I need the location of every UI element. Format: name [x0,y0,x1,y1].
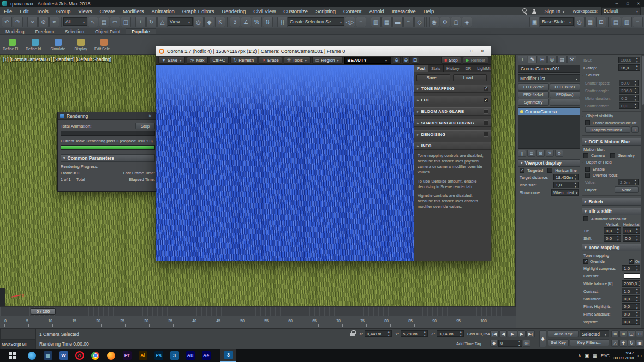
tone-mapping-section[interactable]: TONE MAPPING [414,85,491,93]
render-production-icon[interactable]: ◈ [462,17,472,27]
mb-geometry-checkbox[interactable] [610,153,615,158]
tab-stats[interactable]: Stats [428,65,444,72]
taskbar-chrome[interactable] [87,349,103,362]
next-frame-button[interactable]: ▶ [518,330,526,337]
remove-modifier-icon[interactable]: ✕ [546,150,554,157]
spinner-arrows-icon[interactable] [634,103,637,108]
tone-mapping-rollout[interactable]: Tone Mapping [582,244,642,251]
menu-item[interactable]: Rendering [218,7,249,15]
highlight-compress-spinner[interactable]: 1,0 [622,265,640,272]
spinner-arrows-icon[interactable] [616,236,620,241]
zoom-extents-all-icon[interactable]: ⊡ [636,330,643,337]
pin-stack-icon[interactable]: ∥ [518,150,526,157]
spinner-arrows-icon[interactable] [634,95,637,101]
make-unique-icon[interactable]: ⊞ [536,150,545,157]
named-selection-select[interactable]: Create Selection Se [288,17,344,26]
region-button[interactable]: ▭Region [312,57,343,64]
menu-item[interactable]: Interactive [388,7,420,15]
spinner-arrows-icon[interactable] [635,319,639,324]
spinner-arrows-icon[interactable] [574,182,577,188]
tab-post[interactable]: Post [414,65,428,72]
stop-animation-button[interactable]: Stop [135,123,155,129]
snaps-toggle-icon[interactable]: 3 [230,17,240,27]
display-toggle-icon[interactable]: ▦ [585,17,595,27]
minimize-button[interactable]: ─ [611,0,622,7]
tilt-vertical-spinner[interactable]: 0,0 [604,227,621,234]
ribbon-tab-object-paint[interactable]: Object Paint [90,28,126,34]
stop-render-button[interactable]: ■Stop [441,57,461,64]
sign-in-menu[interactable]: Sign In [540,7,569,15]
sharpening-section[interactable]: SHARPENING/BLURRING [414,119,491,127]
tools-button[interactable]: ⚒Tools [284,57,311,64]
horizon-line-checkbox[interactable] [547,168,552,173]
tray-icon[interactable]: ▣ [585,353,589,358]
maximize-viewport-icon[interactable]: ▣ [636,340,643,347]
snap-grid-icon[interactable]: ▤ [611,17,621,27]
spinner-arrows-icon[interactable] [634,80,637,86]
fstop-spinner[interactable]: 16,0 [618,64,640,71]
menu-item[interactable]: Graph Editors [178,7,218,15]
spinner-arrows-icon[interactable] [616,228,620,233]
menu-item[interactable]: Arnold [365,7,387,15]
y-coordinate-spinner[interactable]: 5,798m [401,330,428,337]
z-coordinate-spinner[interactable]: 3,143m [437,330,464,337]
rendered-frame-icon[interactable]: ▢ [451,17,461,27]
menu-item[interactable]: Customize [279,7,312,15]
show-cone-select[interactable]: When...cted [551,189,579,196]
saturation-spinner[interactable]: 0,0 [622,295,640,302]
shutter-speed-spinner[interactable]: 50,0 [619,80,639,86]
menu-item[interactable]: File [0,7,16,15]
send-to-max-button[interactable]: ≫Max [187,57,208,64]
render-setup-icon[interactable]: ⚙ [440,17,450,27]
toolbar-overflow-icon[interactable]: ≡ [633,17,643,27]
zoom-reset-icon[interactable]: ⊡ [412,57,419,64]
targeted-checkbox[interactable] [520,168,524,173]
lock-selection-icon[interactable] [350,333,355,336]
scene-state-select[interactable]: Base State [540,17,574,26]
current-frame-field[interactable]: 0 [498,340,522,347]
display-button[interactable]: Display [70,35,92,53]
pan-icon[interactable]: ✚ [619,340,627,347]
maxscript-listener[interactable]: MAXScript Mi [0,339,36,349]
edit-selection-button[interactable]: Edit Sele... [93,35,115,53]
utilities-tab-icon[interactable]: ⚒ [567,56,576,63]
set-key-button[interactable]: Set Key [548,339,569,346]
lut-checkbox[interactable] [484,98,488,102]
spinner-snap-icon[interactable]: ⇅ [263,17,273,27]
set-key-toggle[interactable]: ◆ [539,330,546,347]
reference-coordinate-select[interactable]: View [168,17,193,26]
icon-size-spinner[interactable]: 1,0 [553,182,579,188]
spinner-arrows-icon[interactable] [634,179,637,185]
corona-minimize-button[interactable]: ─ [455,47,466,55]
render-channel-select[interactable]: BEAUTY [344,57,391,64]
x-coordinate-spinner[interactable]: 0,441m [365,330,392,337]
save-settings-button[interactable]: Save... [416,74,450,81]
spinner-arrows-icon[interactable] [635,236,639,241]
angle-snap-icon[interactable]: ∠ [241,17,251,27]
auto-key-button[interactable]: Auto Key [548,330,579,337]
simulate-button[interactable]: Simulate [47,35,69,53]
define-flow-button[interactable]: Define Fl... [1,35,23,53]
spinner-arrows-icon[interactable] [423,331,427,336]
material-editor-icon[interactable]: ◉ [429,17,439,27]
selection-filter-select[interactable]: All [63,17,87,26]
select-link-icon[interactable]: ∞ [27,17,38,27]
menu-item[interactable]: Edit [16,7,32,15]
taskbar-after-effects[interactable]: Ae [198,349,214,362]
time-slider-track[interactable]: 0 / 100 [0,306,516,316]
maxscript-listener-top[interactable] [0,329,36,339]
target-distance-spinner[interactable]: 18,455m [553,174,579,180]
excluded-objects-button[interactable]: 0 objects excluded... [585,126,630,133]
spinner-arrows-icon[interactable] [574,174,577,180]
motion-tab-icon[interactable]: ◎ [547,56,557,63]
hierarchy-tab-icon[interactable]: ⊞ [538,56,547,63]
modifier-list-select[interactable]: Modifier List [518,74,580,82]
corona-close-button[interactable]: ✕ [477,47,488,55]
ribbon-tab-selection[interactable]: Selection [59,28,90,34]
select-manipulate-icon[interactable]: ◆ [204,17,214,27]
menu-item[interactable]: Create [96,7,119,15]
spinner-arrows-icon[interactable] [635,57,639,63]
iso-spinner[interactable]: 100,0 [618,57,640,63]
sharpening-checkbox[interactable] [484,120,488,125]
create-tab-icon[interactable]: + [518,56,527,63]
